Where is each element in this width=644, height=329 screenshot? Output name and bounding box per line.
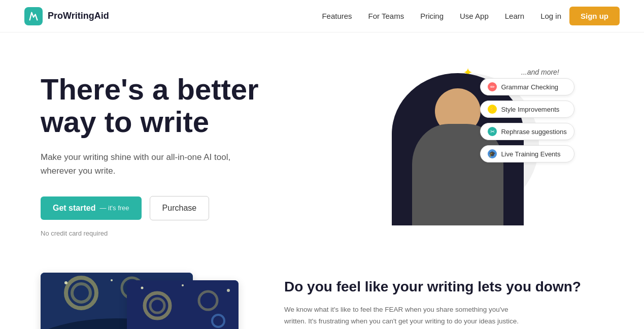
svg-point-16 (182, 284, 184, 286)
pill-grammar: ✏ Grammar Checking (480, 78, 574, 95)
purchase-button[interactable]: Purchase (150, 196, 210, 220)
no-credit-text: No credit card required (41, 229, 312, 237)
hero-illustration: ...and more! ✦ ✏ Grammar Checking ⚡ Styl… (361, 63, 574, 225)
section2: My idea in my head Do you feel (0, 257, 644, 329)
get-started-button[interactable]: Get started — it's free (41, 196, 142, 220)
hero-right: ...and more! ✦ ✏ Grammar Checking ⚡ Styl… (332, 63, 604, 236)
logo-link[interactable]: ProWritingAid (24, 7, 109, 25)
svg-point-17 (227, 289, 230, 292)
artwork-front (127, 280, 239, 329)
navbar: ProWritingAid Features For Teams Pricing… (0, 0, 644, 32)
section2-left: My idea in my head (41, 268, 254, 329)
hero-section: There's a better way to write Make your … (0, 32, 644, 257)
nav-pricing[interactable]: Pricing (420, 12, 444, 20)
svg-point-15 (141, 286, 144, 289)
free-tag: — it's free (99, 204, 129, 212)
pill-rephrase: ✂ Rephrase suggestions (480, 123, 574, 140)
section2-body: We know what it's like to feel the FEAR … (284, 304, 528, 327)
section2-right: Do you feel like your writing lets you d… (284, 268, 603, 327)
svg-point-6 (111, 279, 113, 281)
pill-training: 🎓 Live Training Events (480, 145, 574, 162)
rephrase-icon: ✂ (488, 127, 497, 136)
more-text: ...and more! (521, 68, 559, 76)
logo-icon (24, 7, 43, 25)
feature-pills: ✏ Grammar Checking ⚡ Style Improvements … (480, 78, 574, 162)
hero-cta: Get started — it's free Purchase (41, 196, 312, 220)
nav-use-app[interactable]: Use App (460, 12, 489, 20)
svg-point-5 (64, 281, 67, 284)
pill-style: ⚡ Style Improvements (480, 101, 574, 118)
hero-title: There's a better way to write (41, 73, 312, 138)
logo-text: ProWritingAid (48, 11, 109, 21)
artwork-stack: My idea in my head (41, 268, 223, 329)
nav-for-teams[interactable]: For Teams (368, 12, 404, 20)
training-icon: 🎓 (488, 149, 497, 158)
nav-links: Features For Teams Pricing Use App Learn (322, 12, 524, 21)
hero-left: There's a better way to write Make your … (41, 63, 312, 237)
nav-features[interactable]: Features (322, 12, 352, 20)
signup-button[interactable]: Sign up (569, 7, 620, 25)
style-icon: ⚡ (488, 105, 497, 114)
nav-learn[interactable]: Learn (505, 12, 524, 20)
grammar-icon: ✏ (488, 82, 497, 91)
login-button[interactable]: Log in (540, 12, 561, 20)
section2-title: Do you feel like your writing lets you d… (284, 278, 603, 296)
hero-subtitle: Make your writing shine with our all-in-… (41, 150, 254, 178)
